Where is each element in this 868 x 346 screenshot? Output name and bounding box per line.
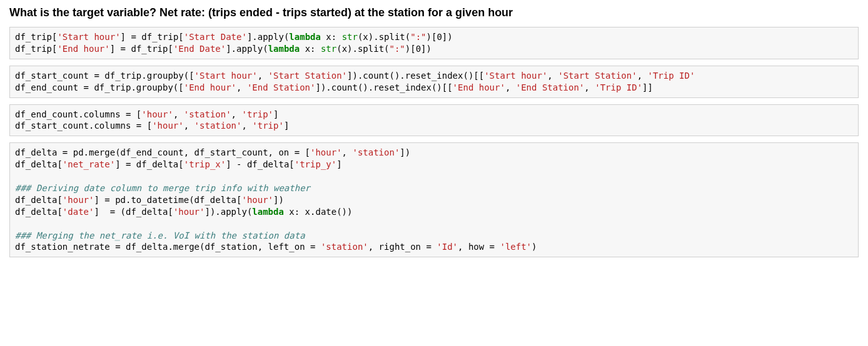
code-token: , bbox=[637, 71, 648, 81]
code-token: ]) bbox=[273, 195, 284, 205]
code-token: 'trip_x' bbox=[184, 159, 226, 169]
code-token: )[ bbox=[426, 32, 437, 42]
code-token: df_end_count = df_trip.groupby([ bbox=[15, 82, 184, 92]
code-token: (x).split( bbox=[336, 44, 389, 54]
code-token: df_delta[ bbox=[15, 207, 63, 217]
code-token: , bbox=[231, 109, 242, 119]
code-token: 'End Date' bbox=[173, 44, 226, 54]
code-token: ]) bbox=[442, 32, 453, 42]
code-token: ]).count().reset_index()[[ bbox=[347, 71, 484, 81]
code-cell-2: df_start_count = df_trip.groupby(['Start… bbox=[9, 66, 859, 98]
code-token: df_delta[ bbox=[15, 159, 63, 169]
code-token: 'End hour' bbox=[57, 44, 109, 54]
code-cell-4: df_delta = pd.merge(df_end_count, df_sta… bbox=[9, 142, 859, 257]
code-token: 'date' bbox=[63, 207, 94, 217]
code-token: 'station' bbox=[321, 242, 368, 252]
code-token: , bbox=[505, 82, 516, 92]
code-token: ":" bbox=[390, 44, 405, 54]
code-block: df_start_count = df_trip.groupby(['Start… bbox=[15, 70, 859, 94]
code-token: lambda bbox=[252, 207, 284, 217]
code-token: 'station' bbox=[352, 147, 400, 157]
code-token: ] = df_delta[ bbox=[115, 159, 184, 169]
code-token: (x).split( bbox=[358, 32, 410, 42]
code-token: 0 bbox=[416, 44, 421, 54]
code-token: df_station_netrate = df_delta.merge(df_s… bbox=[15, 242, 321, 252]
code-cell-3: df_end_count.columns = ['hour', 'station… bbox=[9, 104, 859, 137]
code-comment: ### Merging the net_rate i.e. VoI with t… bbox=[15, 230, 305, 240]
code-token: 'trip' bbox=[252, 121, 284, 131]
code-token: 'station' bbox=[184, 109, 231, 119]
code-token: df_end_count.columns = [ bbox=[15, 109, 141, 119]
code-token: ":" bbox=[410, 32, 426, 42]
code-token: df_start_count.columns = [ bbox=[15, 121, 152, 131]
section-heading: What is the target variable? Net rate: (… bbox=[9, 6, 859, 19]
code-token: df_trip[ bbox=[15, 44, 57, 54]
code-token: df_trip[ bbox=[15, 32, 57, 42]
code-token: df_delta[ bbox=[15, 195, 63, 205]
code-token: 'trip_y' bbox=[295, 159, 336, 169]
code-token: df_delta = pd.merge(df_end_count, df_sta… bbox=[15, 147, 310, 157]
code-token: 'hour' bbox=[63, 195, 94, 205]
code-token: , bbox=[342, 147, 353, 157]
code-token: 'trip' bbox=[241, 109, 273, 119]
code-token: ]) bbox=[421, 44, 431, 54]
code-block: df_end_count.columns = ['hour', 'station… bbox=[15, 109, 853, 132]
code-token: 'Start Date' bbox=[184, 32, 247, 42]
code-token: 'Trip ID' bbox=[595, 82, 642, 92]
code-token: str bbox=[342, 32, 358, 42]
code-token: ] = pd.to_datetime(df_delta[ bbox=[94, 195, 241, 205]
code-token: 'hour' bbox=[241, 195, 273, 205]
code-token: ] - df_delta[ bbox=[226, 159, 295, 169]
code-token: ] bbox=[273, 109, 278, 119]
code-token: lambda bbox=[289, 32, 321, 42]
code-token: x: bbox=[300, 44, 321, 54]
code-token: x: x.date()) bbox=[284, 207, 353, 217]
code-token: , bbox=[184, 121, 194, 131]
code-token: ] = df_trip[ bbox=[110, 44, 173, 54]
code-token: 'Start hour' bbox=[57, 32, 120, 42]
code-token: 'station' bbox=[194, 121, 242, 131]
code-cell-1: df_trip['Start hour'] = df_trip['Start D… bbox=[9, 27, 859, 59]
code-token: , bbox=[241, 121, 252, 131]
code-token: , bbox=[584, 82, 595, 92]
code-token: 'Id' bbox=[437, 242, 458, 252]
code-token: 'hour' bbox=[141, 109, 173, 119]
code-token: 'End Station' bbox=[516, 82, 585, 92]
code-token: str bbox=[321, 44, 336, 54]
code-token: ] = (df_delta[ bbox=[94, 207, 173, 217]
code-token: ].apply( bbox=[247, 32, 289, 42]
code-token: , bbox=[236, 82, 247, 92]
code-token: lambda bbox=[268, 44, 300, 54]
code-token: 'Start Station' bbox=[268, 71, 347, 81]
code-token: , right_on = bbox=[368, 242, 437, 252]
code-token: 'hour' bbox=[152, 121, 184, 131]
code-token: 'End hour' bbox=[453, 82, 505, 92]
code-comment: ### Deriving date column to merge trip i… bbox=[15, 183, 310, 193]
code-token: ] bbox=[284, 121, 289, 131]
code-token: ]) bbox=[400, 147, 410, 157]
code-block: df_trip['Start hour'] = df_trip['Start D… bbox=[15, 31, 853, 55]
code-token: )[ bbox=[405, 44, 416, 54]
code-token: , bbox=[258, 71, 268, 81]
code-token: ]] bbox=[642, 82, 653, 92]
code-token: ].apply( bbox=[226, 44, 268, 54]
code-token: ) bbox=[532, 242, 537, 252]
code-token: 'hour' bbox=[173, 207, 205, 217]
code-token: 'End hour' bbox=[184, 82, 236, 92]
code-token: df_start_count = df_trip.groupby([ bbox=[15, 71, 194, 81]
code-token: 'net_rate' bbox=[63, 159, 115, 169]
code-token: 'left' bbox=[500, 242, 532, 252]
code-token: ]).apply( bbox=[204, 207, 252, 217]
code-token: 'Start hour' bbox=[484, 71, 547, 81]
code-block: df_delta = pd.merge(df_end_count, df_sta… bbox=[15, 147, 853, 253]
code-token: ] bbox=[336, 159, 341, 169]
code-token: , how = bbox=[458, 242, 500, 252]
code-token: , bbox=[547, 71, 558, 81]
code-token: 'Start Station' bbox=[558, 71, 637, 81]
code-token: 0 bbox=[437, 32, 442, 42]
code-token: 'Trip ID' bbox=[648, 71, 695, 81]
code-token: 'End Station' bbox=[247, 82, 316, 92]
code-token: 'hour' bbox=[310, 147, 342, 157]
code-token: , bbox=[173, 109, 184, 119]
code-token: ]).count().reset_index()[[ bbox=[315, 82, 452, 92]
